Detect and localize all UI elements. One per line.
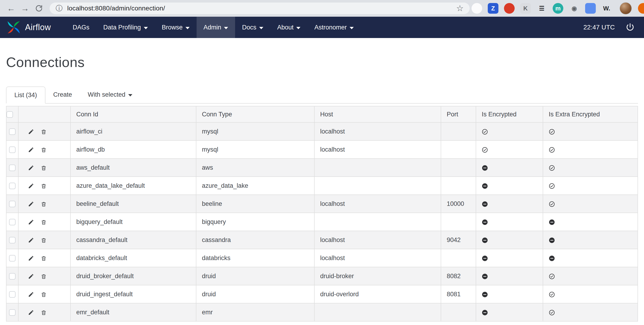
row-checkbox[interactable] <box>9 183 16 189</box>
layers-extension-icon[interactable]: ☰ <box>536 3 547 14</box>
delete-button[interactable] <box>40 129 47 135</box>
delete-button[interactable] <box>40 255 47 262</box>
utc-clock: 22:47 UTC <box>584 24 615 31</box>
check-circle-icon <box>549 165 555 171</box>
row-checkbox[interactable] <box>9 128 16 135</box>
tab-create[interactable]: Create <box>46 86 80 103</box>
adblock-extension-icon[interactable] <box>504 3 515 14</box>
tab-with-selected[interactable]: With selected <box>80 86 140 103</box>
cell-port: 8081 <box>441 285 476 303</box>
circle-extension-icon[interactable] <box>472 3 482 14</box>
table-row: airflow_dbmysqllocalhost <box>6 140 638 158</box>
delete-button[interactable] <box>40 292 47 298</box>
check-circle-icon <box>549 201 555 207</box>
address-bar[interactable]: ⓘ localhost:8080/admin/connection/ ☆ <box>50 2 470 14</box>
nav-item-browse[interactable]: Browse <box>155 17 196 38</box>
delete-button[interactable] <box>40 273 47 280</box>
nav-item-docs[interactable]: Docs <box>235 17 270 38</box>
check-circle-icon <box>549 129 555 135</box>
delete-button[interactable] <box>40 219 47 225</box>
delete-button[interactable] <box>40 237 47 244</box>
profile-avatar[interactable] <box>620 2 632 14</box>
edit-button[interactable] <box>28 292 34 298</box>
cell-conn-type: azure_data_lake <box>196 177 314 195</box>
browser-reload-button[interactable] <box>33 2 45 14</box>
nav-item-data-profiling[interactable]: Data Profiling <box>96 17 155 38</box>
nav-item-about[interactable]: About <box>270 17 308 38</box>
cell-is-encrypted <box>476 249 543 267</box>
blue-extension-icon[interactable] <box>585 3 596 14</box>
row-checkbox[interactable] <box>9 201 16 207</box>
airflow-brand[interactable]: Airflow <box>0 17 58 38</box>
delete-button[interactable] <box>40 183 47 189</box>
logout-power-button[interactable] <box>626 23 635 32</box>
check-circle-icon <box>482 147 488 153</box>
pencil-icon <box>28 219 34 225</box>
cell-is-encrypted <box>476 158 543 177</box>
cell-is-extra-encrypted <box>543 267 638 285</box>
row-select-cell <box>6 158 18 177</box>
is-extra-encrypted-header: Is Extra Encrypted <box>543 106 638 122</box>
browser-back-button[interactable]: ← <box>5 2 17 14</box>
edit-button[interactable] <box>28 165 34 171</box>
tab-list-34[interactable]: List (34) <box>6 86 46 104</box>
minus-circle-icon <box>482 273 488 280</box>
site-info-icon[interactable]: ⓘ <box>56 4 62 13</box>
cell-conn-id: druid_ingest_default <box>70 285 196 303</box>
zotero-extension-icon[interactable]: Z <box>488 3 498 14</box>
w-extension-icon[interactable]: W. <box>601 3 612 14</box>
row-checkbox[interactable] <box>9 273 16 280</box>
row-checkbox[interactable] <box>9 291 16 298</box>
row-checkbox[interactable] <box>9 164 16 171</box>
row-select-cell <box>6 303 18 321</box>
nav-item-astronomer[interactable]: Astronomer <box>308 17 361 38</box>
edit-button[interactable] <box>28 219 34 225</box>
nav-item-admin[interactable]: Admin <box>196 17 235 38</box>
minus-circle-icon <box>482 201 488 207</box>
nav-item-dags[interactable]: DAGs <box>66 17 96 38</box>
gray-extension-icon[interactable]: K <box>520 3 531 14</box>
pencil-icon <box>28 165 34 171</box>
row-checkbox[interactable] <box>9 146 16 153</box>
bookmark-star-icon[interactable]: ☆ <box>456 4 464 13</box>
edit-button[interactable] <box>28 147 34 153</box>
trash-icon <box>40 237 47 244</box>
table-row: beeline_defaultbeelinelocalhost10000 <box>6 195 638 213</box>
table-row: databricks_defaultdatabrickslocalhost <box>6 249 638 267</box>
delete-button[interactable] <box>40 310 47 316</box>
trash-icon <box>40 273 47 280</box>
row-checkbox[interactable] <box>9 255 16 262</box>
check-circle-icon <box>482 147 488 153</box>
delete-button[interactable] <box>40 201 47 207</box>
edit-button[interactable] <box>28 273 34 280</box>
table-row: druid_ingest_defaultdruiddruid-overlord8… <box>6 285 638 303</box>
trash-icon <box>40 219 47 225</box>
delete-button[interactable] <box>40 147 47 153</box>
edit-button[interactable] <box>28 183 34 189</box>
select-all-checkbox[interactable] <box>6 111 13 118</box>
edit-button[interactable] <box>28 129 34 135</box>
row-select-cell <box>6 267 18 285</box>
browser-forward-button[interactable]: → <box>19 2 31 14</box>
row-checkbox[interactable] <box>9 219 16 225</box>
edit-button[interactable] <box>28 255 34 262</box>
trash-icon <box>40 147 47 153</box>
teal-extension-icon[interactable]: m <box>553 3 563 14</box>
delete-button[interactable] <box>40 165 47 171</box>
navbar-right: 22:47 UTC <box>584 17 644 38</box>
edit-button[interactable] <box>28 201 34 207</box>
row-checkbox[interactable] <box>9 309 16 316</box>
row-checkbox[interactable] <box>9 237 16 244</box>
check-circle-icon <box>549 292 555 298</box>
edit-button[interactable] <box>28 310 34 316</box>
row-actions-cell <box>18 122 70 140</box>
browser-edge-icon[interactable] <box>638 3 644 14</box>
page-title: Connections <box>6 54 638 70</box>
camera-extension-icon[interactable]: ◉ <box>569 3 580 14</box>
cell-host: druid-overlord <box>314 285 441 303</box>
caret-down-icon <box>186 27 190 29</box>
caret-down-icon <box>296 27 300 29</box>
airflow-navbar: Airflow DAGsData ProfilingBrowseAdminDoc… <box>0 17 644 38</box>
edit-button[interactable] <box>28 237 34 244</box>
nav-item-label: Admin <box>204 24 222 31</box>
